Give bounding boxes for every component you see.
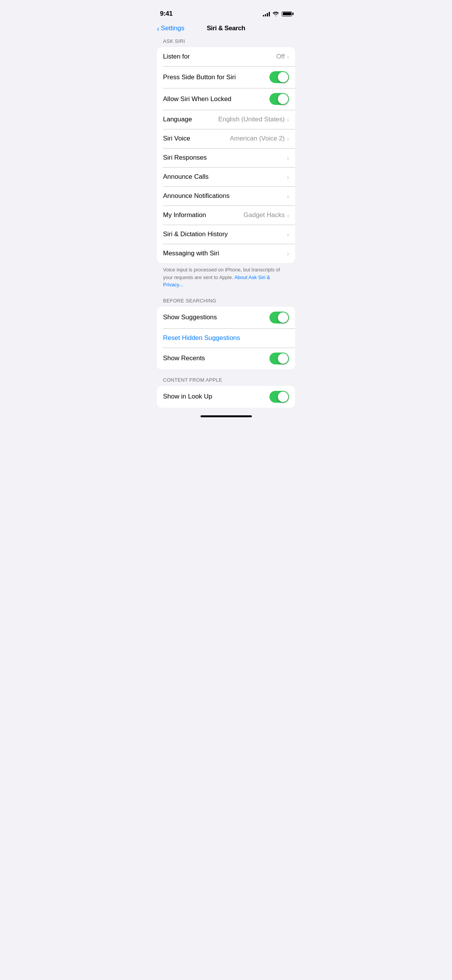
show-in-look-up-item[interactable]: Show in Look Up [157,386,295,408]
home-indicator [201,415,252,417]
announce-notifications-item[interactable]: Announce Notifications › [157,186,295,206]
messaging-with-siri-label: Messaging with Siri [163,250,219,257]
announce-notifications-chevron: › [287,193,289,199]
siri-responses-chevron: › [287,155,289,161]
press-side-button-label: Press Side Button for Siri [163,74,236,81]
language-chevron: › [287,116,289,123]
siri-voice-right: American (Voice 2) › [230,135,289,142]
language-right: English (United States) › [218,116,289,123]
page-title: Siri & Search [207,24,245,32]
listen-for-chevron: › [287,54,289,60]
signal-icon [263,11,270,16]
allow-siri-locked-label: Allow Siri When Locked [163,95,232,103]
reset-hidden-suggestions-item[interactable]: Reset Hidden Suggestions [157,328,295,348]
my-information-label: My Information [163,211,206,219]
before-searching-header: BEFORE SEARCHING [151,298,301,307]
show-suggestions-item[interactable]: Show Suggestions [157,307,295,328]
status-icons [263,11,292,16]
my-information-chevron: › [287,212,289,219]
status-time: 9:41 [160,10,173,18]
messaging-with-siri-chevron: › [287,250,289,257]
language-item[interactable]: Language English (United States) › [157,110,295,129]
press-side-button-toggle[interactable] [269,71,289,83]
listen-for-value: Off [276,53,285,60]
back-chevron-icon: ‹ [157,25,159,32]
announce-calls-right: › [287,174,289,180]
section-ask-siri: ASK SIRI Listen for Off › Press Side But… [151,38,301,290]
siri-responses-right: › [287,155,289,161]
listen-for-item[interactable]: Listen for Off › [157,47,295,66]
announce-calls-item[interactable]: Announce Calls › [157,167,295,186]
show-in-look-up-label: Show in Look Up [163,393,212,400]
back-label: Settings [161,24,184,32]
announce-notifications-right: › [287,193,289,199]
content-from-apple-header: CONTENT FROM APPLE [151,377,301,386]
my-information-value: Gadget Hacks [243,211,285,219]
siri-dictation-history-right: › [287,231,289,238]
language-label: Language [163,116,192,123]
ask-siri-footer: Voice input is processed on iPhone, but … [151,263,301,290]
listen-for-right: Off › [276,53,289,60]
show-recents-label: Show Recents [163,354,205,362]
siri-voice-value: American (Voice 2) [230,135,285,142]
announce-calls-label: Announce Calls [163,173,209,181]
my-information-right: Gadget Hacks › [243,211,289,219]
siri-voice-item[interactable]: Siri Voice American (Voice 2) › [157,129,295,148]
siri-dictation-history-chevron: › [287,231,289,238]
ask-siri-list: Listen for Off › Press Side Button for S… [157,47,295,263]
nav-bar: ‹ Settings Siri & Search [151,21,301,38]
wifi-icon [273,11,279,16]
show-recents-toggle[interactable] [269,353,289,364]
status-bar: 9:41 [151,2,301,21]
siri-dictation-history-item[interactable]: Siri & Dictation History › [157,225,295,244]
show-suggestions-toggle[interactable] [269,312,289,323]
section-before-searching: BEFORE SEARCHING Show Suggestions Reset … [151,298,301,369]
before-searching-list: Show Suggestions Reset Hidden Suggestion… [157,307,295,369]
listen-for-label: Listen for [163,53,190,60]
siri-responses-item[interactable]: Siri Responses › [157,148,295,167]
announce-calls-chevron: › [287,174,289,180]
language-value: English (United States) [218,116,285,123]
reset-hidden-suggestions-label: Reset Hidden Suggestions [163,334,240,342]
show-in-look-up-toggle[interactable] [269,391,289,403]
show-suggestions-label: Show Suggestions [163,314,217,321]
siri-responses-label: Siri Responses [163,154,207,162]
press-side-button-item[interactable]: Press Side Button for Siri [157,66,295,88]
allow-siri-locked-toggle[interactable] [269,93,289,105]
my-information-item[interactable]: My Information Gadget Hacks › [157,206,295,225]
back-button[interactable]: ‹ Settings [157,24,184,32]
siri-voice-label: Siri Voice [163,135,190,142]
siri-voice-chevron: › [287,136,289,142]
ask-siri-header: ASK SIRI [151,38,301,47]
battery-icon [282,11,292,16]
allow-siri-locked-item[interactable]: Allow Siri When Locked [157,88,295,110]
section-content-from-apple: CONTENT FROM APPLE Show in Look Up [151,377,301,408]
show-recents-item[interactable]: Show Recents [157,348,295,369]
announce-notifications-label: Announce Notifications [163,192,230,200]
messaging-with-siri-item[interactable]: Messaging with Siri › [157,244,295,263]
messaging-with-siri-right: › [287,250,289,257]
content-from-apple-list: Show in Look Up [157,386,295,408]
siri-dictation-history-label: Siri & Dictation History [163,230,228,238]
